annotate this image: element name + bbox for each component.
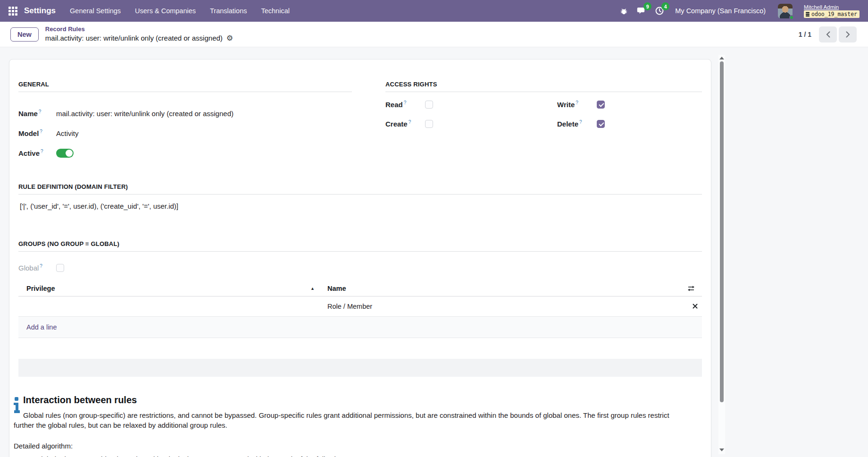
- record-rule-sheet: GENERAL Name? mail.activity: user: write…: [9, 59, 711, 457]
- messages-icon[interactable]: 9: [636, 6, 647, 16]
- help-paragraph-1: Global rules (non group-specific) are re…: [14, 410, 688, 431]
- rule-definition-heading: RULE DEFINITION (DOMAIN FILTER): [18, 183, 702, 195]
- add-a-line-link[interactable]: Add a line: [26, 323, 57, 331]
- delete-field-row: Delete?: [557, 118, 702, 129]
- help-paragraph-2: Detailed algorithm:: [14, 441, 688, 451]
- scroll-up-arrow-icon[interactable]: [719, 57, 724, 59]
- sort-asc-icon: ▲: [310, 286, 315, 291]
- new-button[interactable]: New: [10, 27, 39, 42]
- chevron-right-icon: [846, 31, 850, 38]
- help-section: Interaction between rules Global rules (…: [14, 395, 702, 457]
- delete-row-icon[interactable]: [688, 304, 702, 309]
- active-label: Active?: [18, 149, 56, 157]
- optional-columns-cell: [680, 281, 702, 296]
- debug-bug-icon[interactable]: [618, 6, 629, 16]
- name-cell[interactable]: Role / Member: [319, 296, 680, 316]
- groups-heading: GROUPS (NO GROUP = GLOBAL): [18, 240, 702, 252]
- table-row[interactable]: Role / Member: [18, 296, 702, 316]
- menu-general-settings[interactable]: General Settings: [70, 7, 121, 15]
- read-field-row: Read?: [385, 99, 557, 110]
- pager-value: 1 / 1: [799, 31, 811, 38]
- apps-grid-icon[interactable]: [8, 7, 17, 16]
- read-label: Read?: [385, 100, 425, 109]
- systray: 9 4 My Company (San Francisco) Mitchell …: [618, 4, 860, 18]
- general-heading: GENERAL: [18, 81, 352, 92]
- menu-users-companies[interactable]: Users & Companies: [135, 7, 196, 15]
- optional-columns-icon[interactable]: [680, 285, 702, 292]
- activities-clock-icon[interactable]: 4: [654, 6, 665, 16]
- create-checkbox[interactable]: [425, 120, 433, 128]
- groups-table-header: Privilege▲ Name: [18, 281, 702, 296]
- model-field-row: Model? Activity: [18, 123, 352, 143]
- company-switcher[interactable]: My Company (San Francisco): [675, 7, 766, 15]
- active-toggle[interactable]: [56, 149, 74, 158]
- pager-previous-button[interactable]: [819, 26, 837, 42]
- help-title: Interaction between rules: [14, 395, 702, 406]
- presence-dot: [789, 15, 794, 20]
- form-view: GENERAL Name? mail.activity: user: write…: [0, 47, 868, 457]
- user-name[interactable]: Mitchell Admin: [804, 4, 839, 10]
- delete-label: Delete?: [557, 119, 597, 128]
- database-name: odoo_19_master: [811, 11, 857, 17]
- help-list-item-1: 1. Global rules are combined together wi…: [14, 455, 702, 457]
- info-icon: [14, 395, 21, 416]
- help-question-icon[interactable]: ?: [576, 100, 578, 105]
- user-avatar[interactable]: [778, 4, 793, 18]
- gear-icon[interactable]: ⚙: [226, 34, 233, 43]
- global-field-row: Global?: [18, 262, 702, 273]
- activities-count-badge: 4: [661, 2, 669, 10]
- write-field-row: Write?: [557, 99, 702, 110]
- help-question-icon[interactable]: ?: [404, 100, 407, 105]
- app-name[interactable]: Settings: [24, 6, 56, 16]
- scroll-down-arrow-icon[interactable]: [719, 449, 724, 451]
- active-field-row: Active?: [18, 143, 352, 163]
- delete-row-cell: [680, 296, 702, 316]
- table-filler-row-striped: [18, 359, 702, 377]
- create-field-row: Create?: [385, 118, 557, 129]
- section-rule-definition: RULE DEFINITION (DOMAIN FILTER) ['|', ('…: [18, 183, 702, 210]
- vertical-scrollbar[interactable]: [718, 55, 725, 454]
- global-checkbox[interactable]: [56, 264, 64, 272]
- messages-count-badge: 9: [643, 2, 651, 10]
- help-question-icon[interactable]: ?: [39, 109, 42, 114]
- help-question-icon[interactable]: ?: [40, 129, 42, 134]
- menu-technical[interactable]: Technical: [261, 7, 289, 15]
- read-checkbox[interactable]: [425, 101, 433, 109]
- name-input[interactable]: mail.activity: user: write/unlink only (…: [56, 110, 234, 118]
- section-groups: GROUPS (NO GROUP = GLOBAL) Global? Privi…: [18, 240, 702, 377]
- help-question-icon[interactable]: ?: [41, 149, 43, 154]
- access-rights-heading: ACCESS RIGHTS: [385, 81, 702, 92]
- control-panel: New Record Rules mail.activity: user: wr…: [0, 22, 868, 47]
- record-title: mail.activity: user: write/unlink only (…: [45, 34, 223, 43]
- top-navbar: Settings General Settings Users & Compan…: [0, 0, 868, 22]
- scrollbar-thumb[interactable]: [720, 61, 724, 402]
- write-checkbox[interactable]: [597, 101, 605, 109]
- model-label: Model?: [18, 129, 56, 137]
- breadcrumb: Record Rules mail.activity: user: write/…: [45, 25, 233, 43]
- chevron-left-icon: [826, 31, 830, 38]
- pager-next-button[interactable]: [839, 26, 857, 42]
- groups-table: Privilege▲ Name Role / Member: [18, 281, 702, 338]
- user-info: Mitchell Admin odoo_19_master: [804, 4, 860, 18]
- name-field-row: Name? mail.activity: user: write/unlink …: [18, 103, 352, 123]
- breadcrumb-record-rules-link[interactable]: Record Rules: [45, 25, 233, 34]
- section-access-rights: ACCESS RIGHTS Read? Write? Create?: [385, 81, 702, 162]
- database-badge: odoo_19_master: [804, 10, 860, 18]
- privilege-cell[interactable]: [18, 296, 319, 316]
- column-header-name[interactable]: Name: [319, 281, 680, 296]
- table-filler-row: [18, 338, 702, 359]
- menu-translations[interactable]: Translations: [210, 7, 247, 15]
- add-line-row: Add a line: [18, 316, 702, 338]
- domain-filter-input[interactable]: ['|', ('user_id', '=', user.id), ('creat…: [18, 202, 702, 210]
- write-label: Write?: [557, 100, 597, 109]
- section-general: GENERAL Name? mail.activity: user: write…: [18, 81, 352, 162]
- help-question-icon[interactable]: ?: [409, 119, 411, 125]
- model-input[interactable]: Activity: [56, 129, 79, 137]
- name-label: Name?: [18, 109, 56, 118]
- column-header-privilege[interactable]: Privilege▲: [18, 281, 319, 296]
- database-icon: [805, 12, 810, 17]
- help-question-icon[interactable]: ?: [40, 263, 42, 269]
- delete-checkbox[interactable]: [597, 120, 605, 128]
- global-label: Global?: [18, 263, 56, 272]
- help-question-icon[interactable]: ?: [579, 119, 582, 125]
